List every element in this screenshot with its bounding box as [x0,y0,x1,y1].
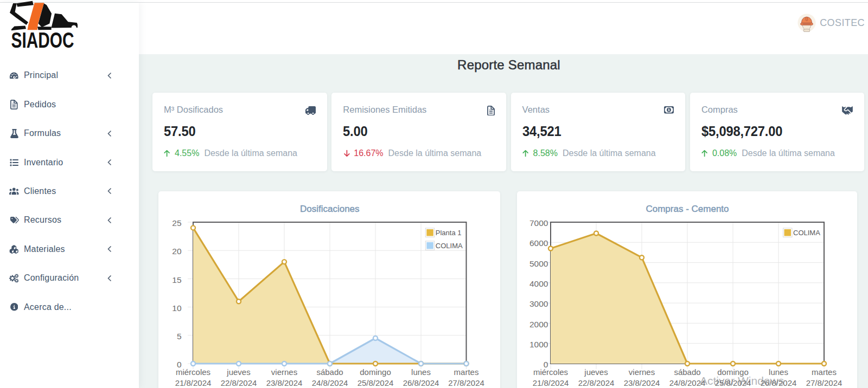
svg-text:24/8/2024: 24/8/2024 [312,378,348,387]
svg-text:Dosificaciones: Dosificaciones [300,204,360,214]
svg-text:15: 15 [172,275,181,284]
svg-text:5000: 5000 [529,259,548,268]
svg-text:sábado: sábado [316,367,343,377]
svg-text:23/8/2024: 23/8/2024 [624,378,660,387]
svg-text:COLIMA: COLIMA [436,242,463,250]
svg-text:1000: 1000 [529,340,548,349]
svg-text:23/8/2024: 23/8/2024 [266,378,303,387]
svg-text:21/8/2024: 21/8/2024 [175,378,212,387]
svg-text:22/8/2024: 22/8/2024 [578,378,615,387]
svg-text:25: 25 [172,218,181,228]
svg-text:COLIMA: COLIMA [793,229,820,237]
svg-text:martes: martes [812,367,837,377]
svg-text:10: 10 [172,303,182,313]
svg-text:4000: 4000 [529,279,548,288]
svg-text:miércoles: miércoles [533,367,568,377]
svg-text:miércoles: miércoles [176,367,210,377]
svg-text:jueves: jueves [584,367,608,377]
svg-text:7000: 7000 [529,218,548,228]
svg-text:21/8/2024: 21/8/2024 [533,378,569,387]
svg-text:Compras - Cemento: Compras - Cemento [646,204,729,214]
svg-text:5: 5 [177,332,182,341]
svg-text:jueves: jueves [226,367,250,377]
svg-text:26/8/2024: 26/8/2024 [403,378,439,387]
svg-text:25/8/2024: 25/8/2024 [358,378,394,387]
svg-text:3000: 3000 [529,299,548,308]
svg-text:27/8/2024: 27/8/2024 [806,378,843,387]
svg-text:viernes: viernes [271,367,297,377]
svg-text:22/8/2024: 22/8/2024 [221,378,257,387]
svg-text:2000: 2000 [529,320,548,329]
svg-text:sábado: sábado [674,367,700,377]
svg-text:lunes: lunes [411,367,431,377]
svg-text:domingo: domingo [360,367,391,377]
svg-text:6000: 6000 [529,238,548,248]
svg-text:SIADOC: SIADOC [11,28,74,52]
svg-text:martes: martes [454,367,479,377]
svg-text:20: 20 [172,247,182,256]
svg-text:Planta 1: Planta 1 [436,229,462,237]
svg-text:27/8/2024: 27/8/2024 [448,378,484,387]
svg-text:viernes: viernes [629,367,655,377]
